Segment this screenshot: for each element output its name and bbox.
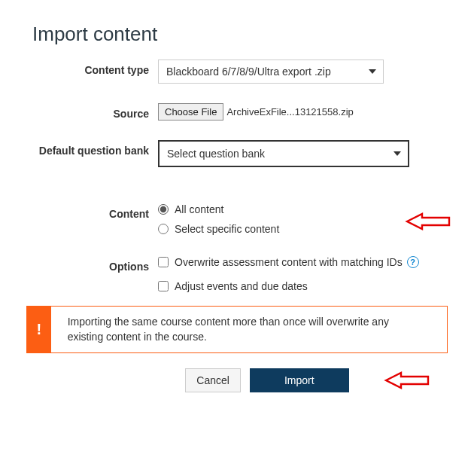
import-button[interactable]: Import [250,368,349,392]
all-content-label: All content [175,203,223,215]
adjust-events-checkbox[interactable] [158,281,169,291]
select-specific-content-radio[interactable] [158,224,169,234]
all-content-radio[interactable] [158,204,169,215]
overwrite-assessment-label: Overwrite assessment content with matchi… [175,256,403,268]
content-label: Content [26,203,158,220]
question-bank-select[interactable]: Select question bank [158,140,409,167]
choose-file-button[interactable]: Choose File [158,103,223,121]
source-file-name: ArchiveExFile...13121558.zip [226,106,353,117]
question-bank-label: Default question bank [26,140,158,157]
help-icon[interactable]: ? [407,256,419,268]
content-type-select[interactable]: Blackboard 6/7/8/9/Ultra export .zip [158,60,384,84]
page-title: Import content [32,23,448,46]
warning-text: Importing the same course content more t… [51,307,447,352]
select-specific-content-label: Select specific content [175,223,279,235]
options-label: Options [26,256,158,273]
content-type-label: Content type [26,60,158,76]
annotation-arrow-icon [381,370,433,391]
cancel-button[interactable]: Cancel [185,368,241,392]
overwrite-assessment-checkbox[interactable] [158,257,169,267]
adjust-events-label: Adjust events and due dates [175,280,308,292]
source-label: Source [26,103,158,120]
warning-alert: ! Importing the same course content more… [26,306,448,353]
warning-icon: ! [27,307,51,352]
